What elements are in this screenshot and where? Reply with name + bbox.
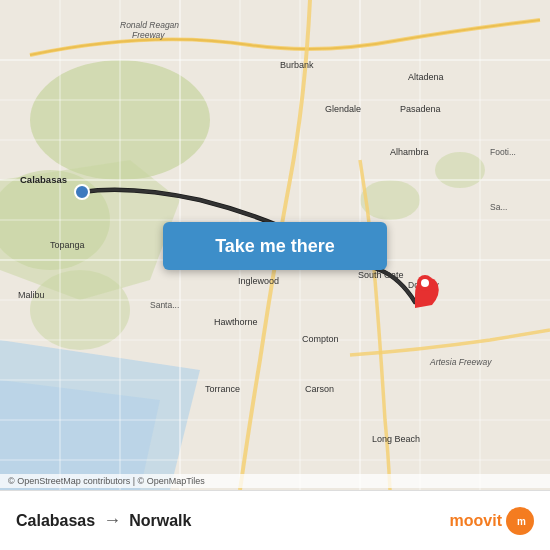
svg-text:Inglewood: Inglewood [238, 276, 279, 286]
destination-city: Norwalk [129, 512, 191, 530]
svg-text:Long Beach: Long Beach [372, 434, 420, 444]
attribution-text: © OpenStreetMap contributors | © OpenMap… [8, 476, 205, 486]
moovit-brand-text: moovit [450, 512, 502, 530]
moovit-logo-circle: m [506, 507, 534, 535]
svg-text:Alhambra: Alhambra [390, 147, 429, 157]
svg-text:Altadena: Altadena [408, 72, 444, 82]
svg-point-6 [435, 152, 485, 188]
route-arrow-icon: → [103, 510, 121, 531]
take-me-there-button[interactable]: Take me there [163, 222, 387, 270]
svg-text:Footi...: Footi... [490, 147, 516, 157]
svg-text:Burbank: Burbank [280, 60, 314, 70]
map-container: Ronald Reagan Freeway Burbank Altadena G… [0, 0, 550, 490]
map-attribution: © OpenStreetMap contributors | © OpenMap… [0, 474, 550, 488]
svg-text:Calabasas: Calabasas [20, 174, 67, 185]
svg-text:Artesia Freeway: Artesia Freeway [429, 357, 492, 367]
svg-text:Compton: Compton [302, 334, 339, 344]
svg-text:Topanga: Topanga [50, 240, 85, 250]
svg-point-52 [421, 279, 429, 287]
svg-text:Carson: Carson [305, 384, 334, 394]
svg-text:Torrance: Torrance [205, 384, 240, 394]
svg-text:Hawthorne: Hawthorne [214, 317, 258, 327]
bottom-bar: Calabasas → Norwalk moovit m [0, 490, 550, 550]
svg-text:Pasadena: Pasadena [400, 104, 441, 114]
svg-text:Freeway: Freeway [132, 30, 165, 40]
svg-text:Sa...: Sa... [490, 202, 507, 212]
origin-city: Calabasas [16, 512, 95, 530]
svg-text:m: m [517, 516, 526, 527]
moovit-logo: moovit m [450, 507, 534, 535]
svg-text:Ronald Reagan: Ronald Reagan [120, 20, 179, 30]
route-info: Calabasas → Norwalk [16, 510, 450, 531]
svg-text:Glendale: Glendale [325, 104, 361, 114]
svg-point-50 [75, 185, 89, 199]
svg-text:South Gate: South Gate [358, 270, 404, 280]
svg-text:Santa...: Santa... [150, 300, 179, 310]
svg-text:Malibu: Malibu [18, 290, 45, 300]
